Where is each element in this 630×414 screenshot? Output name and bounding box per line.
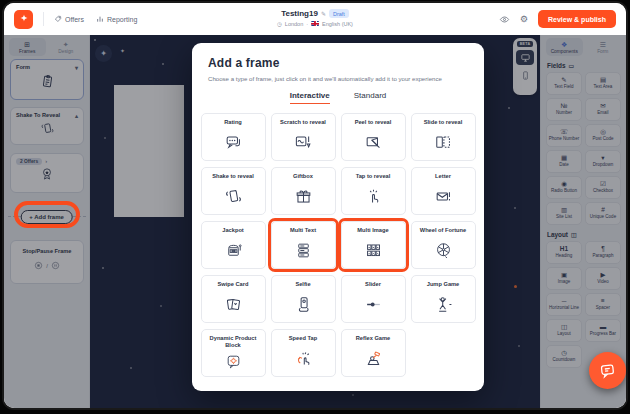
letter-envelope-icon bbox=[434, 180, 453, 214]
rating-icon bbox=[224, 126, 243, 160]
nav-item-reporting[interactable]: Reporting bbox=[96, 15, 137, 23]
reflex-game-icon bbox=[364, 342, 383, 376]
timezone-icon: ◷ bbox=[277, 21, 282, 27]
frame-type-label: Tap to reveal bbox=[353, 173, 394, 180]
selfie-icon bbox=[294, 288, 313, 322]
modal-tabs: Interactive Standard bbox=[192, 91, 484, 104]
frame-type-label: Reflex Game bbox=[353, 335, 393, 342]
frame-type-label: Wheel of Fortune bbox=[417, 227, 469, 234]
topbar: Offers Reporting Testing19 ✎ Draft ◷ Lon… bbox=[4, 3, 626, 35]
frame-type-tap-to-reveal[interactable]: Tap to reveal bbox=[341, 167, 406, 215]
experience-title-block: Testing19 ✎ Draft ◷ London · English (UK… bbox=[277, 9, 353, 27]
frame-type-wheel-of-fortune[interactable]: Wheel of Fortune bbox=[411, 221, 476, 269]
frame-type-label: Peel to reveal bbox=[352, 119, 395, 126]
frame-type-label: Scratch to reveal bbox=[277, 119, 329, 126]
uk-flag-icon bbox=[311, 21, 319, 27]
app-window: Offers Reporting Testing19 ✎ Draft ◷ Lon… bbox=[4, 3, 626, 408]
peel-icon bbox=[364, 126, 383, 160]
frame-type-label: Shake to reveal bbox=[209, 173, 257, 180]
frame-type-swipe-card[interactable]: Swipe Card bbox=[201, 275, 266, 323]
locale-separator: · bbox=[306, 21, 308, 27]
frame-type-multi-image[interactable]: Multi Image bbox=[341, 221, 406, 269]
nav-label: Offers bbox=[65, 16, 84, 23]
frame-type-label: Letter bbox=[432, 173, 454, 180]
frame-type-rating[interactable]: Rating bbox=[201, 113, 266, 161]
frame-type-selfie[interactable]: Selfie bbox=[271, 275, 336, 323]
frame-type-label: Jump Game bbox=[424, 281, 463, 288]
app-logo-icon[interactable] bbox=[14, 10, 33, 29]
wheel-of-fortune-icon bbox=[434, 234, 453, 268]
frame-type-jump-game[interactable]: Jump Game bbox=[411, 275, 476, 323]
speed-tap-icon bbox=[294, 342, 313, 376]
settings-gear-icon[interactable]: ⚙ bbox=[520, 15, 528, 24]
frame-type-label: Multi Text bbox=[287, 227, 319, 234]
frame-type-jackpot[interactable]: Jackpot bbox=[201, 221, 266, 269]
swipe-card-icon bbox=[224, 288, 243, 322]
edit-title-icon[interactable]: ✎ bbox=[321, 10, 326, 17]
slider-icon bbox=[364, 288, 383, 322]
screenshot-stage: Offers Reporting Testing19 ✎ Draft ◷ Lon… bbox=[0, 0, 630, 414]
nav-item-offers[interactable]: Offers bbox=[54, 15, 84, 23]
frame-type-multi-text[interactable]: Multi Text bbox=[271, 221, 336, 269]
multi-text-icon bbox=[294, 234, 313, 268]
tap-finger-icon bbox=[364, 180, 383, 214]
tab-standard[interactable]: Standard bbox=[354, 91, 386, 104]
frame-type-label: Jackpot bbox=[219, 227, 247, 234]
frame-type-label: Speed Tap bbox=[286, 335, 320, 342]
tag-icon bbox=[54, 15, 62, 23]
frame-type-label: Slide to reveal bbox=[421, 119, 466, 126]
tab-interactive[interactable]: Interactive bbox=[290, 91, 330, 104]
frame-type-label: Slider bbox=[362, 281, 384, 288]
chat-bubble-icon bbox=[598, 361, 617, 380]
modal-subtitle: Choose a type of frame, just click on it… bbox=[208, 75, 468, 82]
giftbox-icon bbox=[294, 180, 313, 214]
frame-type-shake-to-reveal[interactable]: Shake to reveal bbox=[201, 167, 266, 215]
frame-type-label: Multi Image bbox=[354, 227, 391, 234]
frame-type-peel-to-reveal[interactable]: Peel to reveal bbox=[341, 113, 406, 161]
main-area: ✦ ✦ ⊞ Frames ✦ Design bbox=[4, 35, 626, 408]
chat-support-button[interactable] bbox=[589, 352, 626, 389]
scratch-icon bbox=[294, 126, 313, 160]
divider bbox=[43, 12, 44, 26]
nav-label: Reporting bbox=[107, 16, 137, 23]
preview-eye-icon[interactable] bbox=[499, 14, 510, 25]
status-badge: Draft bbox=[329, 9, 349, 18]
locale-language: English (UK) bbox=[322, 21, 353, 27]
frame-type-giftbox[interactable]: Giftbox bbox=[271, 167, 336, 215]
shake-phone-icon bbox=[224, 180, 243, 214]
modal-title: Add a frame bbox=[208, 56, 468, 70]
slide-icon bbox=[434, 126, 453, 160]
dynamic-product-block-icon bbox=[225, 349, 242, 376]
frame-type-grid: Rating Scratch to reveal Peel to reveal bbox=[192, 113, 484, 377]
frame-type-reflex-game[interactable]: Reflex Game bbox=[341, 329, 406, 377]
jump-game-icon bbox=[434, 288, 453, 322]
frame-type-letter[interactable]: Letter bbox=[411, 167, 476, 215]
frame-type-label: Dynamic Product Block bbox=[202, 335, 265, 349]
multi-image-icon bbox=[364, 234, 383, 268]
experience-title: Testing19 bbox=[281, 9, 318, 18]
bar-chart-icon bbox=[96, 15, 104, 23]
frame-type-speed-tap[interactable]: Speed Tap bbox=[271, 329, 336, 377]
frame-type-dynamic-product-block[interactable]: Dynamic Product Block bbox=[201, 329, 266, 377]
review-publish-button[interactable]: Review & publish bbox=[538, 10, 616, 28]
frame-type-label: Giftbox bbox=[290, 173, 316, 180]
frame-type-slider[interactable]: Slider bbox=[341, 275, 406, 323]
frame-type-label: Swipe Card bbox=[215, 281, 252, 288]
frame-type-slide-to-reveal[interactable]: Slide to reveal bbox=[411, 113, 476, 161]
frame-type-label: Selfie bbox=[292, 281, 313, 288]
jackpot-slot-icon bbox=[224, 234, 243, 268]
locale-city: London bbox=[285, 21, 303, 27]
topbar-actions: ⚙ Review & publish bbox=[499, 10, 616, 28]
frame-type-scratch-to-reveal[interactable]: Scratch to reveal bbox=[271, 113, 336, 161]
frame-type-label: Rating bbox=[221, 119, 245, 126]
add-frame-modal: Add a frame Choose a type of frame, just… bbox=[192, 43, 484, 391]
